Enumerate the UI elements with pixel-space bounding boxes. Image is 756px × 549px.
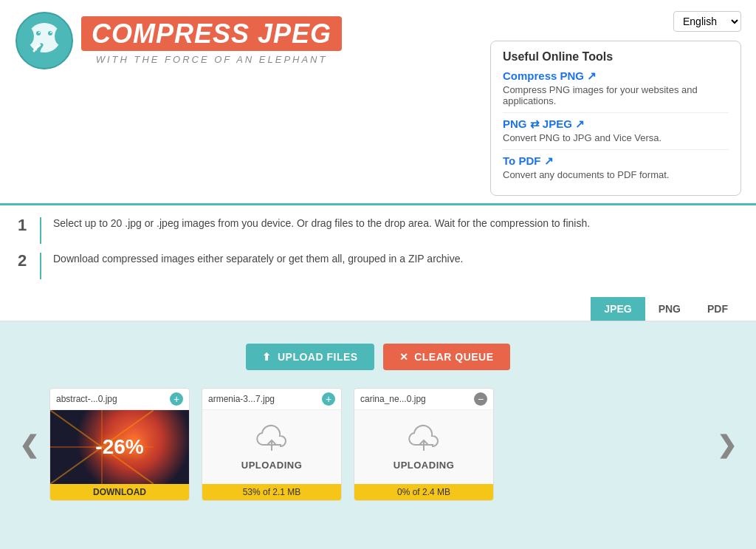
carousel-right-arrow[interactable]: ❯	[712, 431, 741, 459]
svg-point-7	[50, 32, 52, 33]
png-jpeg-desc: Convert PNG to JPG and Vice Versa.	[503, 132, 729, 143]
tab-pdf[interactable]: PDF	[694, 297, 741, 321]
clear-queue-button[interactable]: ✕ CLEAR QUEUE	[383, 344, 510, 370]
upload-controls: ⬆ UPLOAD FILES ✕ CLEAR QUEUE	[15, 344, 741, 370]
svg-point-2	[22, 27, 34, 45]
file-card-1-name: armenia-3...7.jpg	[208, 394, 275, 404]
compress-png-link[interactable]: Compress PNG ↗	[503, 69, 597, 82]
brand-subtitle: WITH THE FORCE OF AN ELEPHANT	[81, 54, 342, 65]
tab-bar: JPEG PNG PDF	[0, 297, 756, 321]
file-card-1-header: armenia-3...7.jpg +	[202, 389, 341, 410]
brand-title: COMPRESS JPEG	[81, 16, 342, 52]
tab-jpeg[interactable]: JPEG	[591, 297, 645, 321]
upload-files-button[interactable]: ⬆ UPLOAD FILES	[246, 344, 374, 370]
tools-box-title: Useful Online Tools	[503, 50, 729, 64]
step-2-divider	[40, 253, 41, 279]
svg-point-3	[55, 27, 66, 45]
elephant-logo	[15, 11, 74, 70]
file-card-2-uploading: UPLOADING	[354, 410, 493, 484]
file-card-2-uploading-label: UPLOADING	[394, 460, 455, 471]
file-card-0-download[interactable]: DOWNLOAD	[50, 484, 189, 500]
step-1-divider	[40, 217, 41, 244]
file-card-0-action-icon[interactable]: +	[170, 392, 183, 406]
upload-area: ⬆ UPLOAD FILES ✕ CLEAR QUEUE ❮ abstract-…	[0, 321, 756, 543]
tool-divider-1	[503, 112, 729, 113]
carousel-wrapper: ❮ abstract-...0.jpg +	[15, 388, 741, 501]
file-card-1: armenia-3...7.jpg + UPLOADING 53% of 2.1…	[202, 388, 342, 501]
language-select[interactable]: English Español Français Deutsch	[673, 11, 741, 32]
clear-queue-label: CLEAR QUEUE	[414, 351, 493, 363]
step-2-text: Download compressed images either separa…	[50, 251, 463, 267]
step-1-number: 1	[18, 216, 31, 235]
header-right: English Español Français Deutsch Useful …	[490, 11, 741, 196]
upload-icon: ⬆	[262, 351, 272, 363]
files-row: abstract-...0.jpg +	[49, 388, 707, 501]
png-jpeg-link[interactable]: PNG ⇄ JPEG ↗	[503, 117, 585, 130]
clear-icon: ✕	[399, 351, 409, 363]
file-card-0-preview: -26%	[50, 410, 189, 484]
file-starburst-bg: -26%	[50, 410, 189, 484]
file-card-0-name: abstract-...0.jpg	[56, 394, 117, 404]
svg-point-4	[36, 31, 41, 35]
percent-badge: -26%	[95, 435, 143, 459]
file-card-0-header: abstract-...0.jpg +	[50, 389, 189, 410]
file-card-2-action-icon[interactable]: −	[474, 392, 487, 406]
file-card-2-name: carina_ne...0.jpg	[360, 394, 426, 404]
step-2-number: 2	[18, 251, 31, 270]
compress-png-desc: Compress PNG images for your websites an…	[503, 84, 729, 106]
download-all-row: ✓ DOWNLOAD ALL	[0, 543, 756, 549]
steps-area: 1 Select up to 20 .jpg or .jpeg images f…	[0, 205, 756, 297]
file-card-1-action-icon[interactable]: +	[322, 392, 335, 406]
cloud-upload-icon-1	[254, 424, 289, 454]
tool-divider-2	[503, 149, 729, 150]
file-card-1-uploading: UPLOADING	[202, 410, 341, 484]
header: COMPRESS JPEG WITH THE FORCE OF AN ELEPH…	[0, 0, 756, 205]
to-pdf-desc: Convert any documents to PDF format.	[503, 169, 729, 180]
to-pdf-link[interactable]: To PDF ↗	[503, 154, 554, 167]
cloud-upload-icon-2	[406, 424, 441, 454]
upload-files-label: UPLOAD FILES	[278, 351, 358, 363]
step-1-text: Select up to 20 .jpg or .jpeg images fro…	[50, 216, 590, 231]
header-left: COMPRESS JPEG WITH THE FORCE OF AN ELEPH…	[15, 11, 342, 70]
file-card-2-progress: 0% of 2.4 MB	[354, 484, 493, 500]
tools-box: Useful Online Tools Compress PNG ↗ Compr…	[490, 41, 741, 196]
file-card-2: carina_ne...0.jpg − UPLOADING 0% of 2.4 …	[354, 388, 494, 501]
step-1: 1 Select up to 20 .jpg or .jpeg images f…	[18, 216, 738, 244]
tab-png[interactable]: PNG	[645, 297, 694, 321]
svg-line-11	[50, 447, 102, 484]
file-card-1-progress: 53% of 2.1 MB	[202, 484, 341, 500]
file-card-0: abstract-...0.jpg +	[49, 388, 190, 501]
svg-point-6	[38, 32, 40, 33]
step-2: 2 Download compressed images either sepa…	[18, 251, 738, 279]
brand-block: COMPRESS JPEG WITH THE FORCE OF AN ELEPH…	[81, 16, 342, 66]
svg-line-9	[50, 410, 102, 447]
file-card-2-header: carina_ne...0.jpg −	[354, 389, 493, 410]
file-card-1-uploading-label: UPLOADING	[241, 460, 303, 471]
carousel-left-arrow[interactable]: ❮	[15, 431, 44, 459]
svg-point-5	[48, 31, 52, 35]
